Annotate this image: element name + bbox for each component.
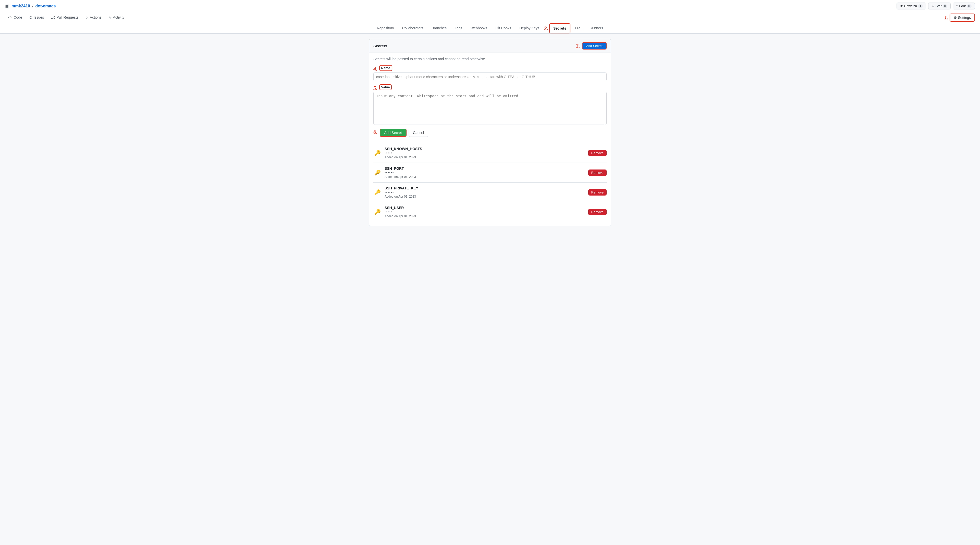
value-label: Value	[379, 84, 392, 90]
secret-name: SSH_PORT	[385, 166, 588, 171]
add-secret-button[interactable]: Add Secret	[380, 129, 407, 137]
name-label: Name	[379, 65, 392, 71]
annotation-4: 4.	[373, 65, 378, 72]
issues-icon: ⊙	[29, 15, 32, 19]
nav-issues[interactable]: ⊙ Issues	[26, 12, 47, 23]
top-actions: 👁 Unwatch 1 ☆ Star 0 ⑂ Fork 0	[897, 3, 975, 10]
annotation-2: 2.	[544, 25, 549, 32]
code-label: Code	[14, 15, 22, 19]
subnav-branches[interactable]: Branches	[428, 24, 450, 33]
settings-label: Settings	[958, 16, 971, 20]
subnav-tags[interactable]: Tags	[451, 24, 466, 33]
nav-pull-requests[interactable]: ⎇ Pull Requests	[48, 12, 81, 23]
secret-item: 🔑 SSH_PORT •••••• Added on Apr 01, 2023 …	[373, 163, 607, 182]
fork-count: 0	[967, 4, 972, 8]
secrets-description: Secrets will be passed to certain action…	[373, 57, 607, 61]
secret-key-icon: 🔑	[373, 169, 382, 175]
annotation-1: 1.	[944, 14, 948, 21]
secret-name: SSH_USER	[385, 206, 588, 210]
remove-button[interactable]: Remove	[588, 150, 607, 156]
panel-body: Secrets will be passed to certain action…	[369, 53, 611, 226]
repo-icon: ▣	[5, 3, 10, 9]
remove-button[interactable]: Remove	[588, 189, 607, 196]
nav-actions[interactable]: ▷ Actions	[83, 12, 105, 23]
actions-icon: ▷	[86, 15, 89, 19]
star-count: 0	[943, 4, 948, 8]
secret-key-icon: 🔑	[373, 150, 382, 156]
annotation-3: 3.	[576, 43, 580, 49]
secret-key-icon: 🔑	[373, 209, 382, 215]
secret-dots: ••••••	[385, 210, 588, 214]
secret-date: Added on Apr 01, 2023	[385, 195, 588, 198]
secret-dots: ••••••	[385, 151, 588, 155]
activity-icon: ∿	[109, 15, 112, 19]
secret-date: Added on Apr 01, 2023	[385, 155, 588, 159]
repo-title: ▣ mmk2410 / dot-emacs	[5, 3, 56, 9]
remove-button[interactable]: Remove	[588, 209, 607, 215]
issues-label: Issues	[34, 15, 44, 19]
fork-icon: ⑂	[956, 4, 958, 8]
nav-activity[interactable]: ∿ Activity	[106, 12, 127, 23]
secret-date: Added on Apr 01, 2023	[385, 214, 588, 218]
subnav-secrets[interactable]: Secrets	[549, 23, 570, 33]
repo-name-link[interactable]: dot-emacs	[35, 4, 56, 8]
secret-key-icon: 🔑	[373, 189, 382, 195]
main-content: Secrets 3. Add Secret Secrets will be pa…	[365, 39, 615, 226]
actions-label: Actions	[90, 15, 102, 19]
annotation-6: 6.	[373, 129, 378, 137]
repo-navbar: <> Code ⊙ Issues ⎇ Pull Requests ▷ Actio…	[0, 12, 980, 23]
form-actions: 6. Add Secret Cancel	[373, 129, 607, 137]
secrets-panel: Secrets 3. Add Secret Secrets will be pa…	[369, 39, 611, 226]
settings-subnav: Repository Collaborators Branches Tags W…	[0, 23, 980, 34]
secret-info: SSH_PRIVATE_KEY •••••• Added on Apr 01, …	[385, 186, 588, 198]
add-secret-header-button[interactable]: Add Secret	[582, 42, 607, 49]
repo-owner-link[interactable]: mmk2410	[11, 4, 30, 8]
settings-icon: ⚙	[954, 16, 957, 20]
secret-dots: ••••••	[385, 171, 588, 175]
fork-label: Fork	[959, 4, 966, 8]
panel-header: Secrets 3. Add Secret	[369, 39, 611, 53]
secret-name: SSH_PRIVATE_KEY	[385, 186, 588, 190]
secret-item: 🔑 SSH_PRIVATE_KEY •••••• Added on Apr 01…	[373, 182, 607, 202]
fork-button[interactable]: ⑂ Fork 0	[953, 3, 975, 10]
remove-button[interactable]: Remove	[588, 169, 607, 176]
settings-button[interactable]: ⚙ Settings	[950, 14, 975, 22]
subnav-collaborators[interactable]: Collaborators	[399, 24, 427, 33]
secret-info: SSH_PORT •••••• Added on Apr 01, 2023	[385, 166, 588, 179]
unwatch-button[interactable]: 👁 Unwatch 1	[897, 3, 926, 10]
secret-list: 🔑 SSH_KNOWN_HOSTS •••••• Added on Apr 01…	[373, 143, 607, 222]
top-navbar: ▣ mmk2410 / dot-emacs 👁 Unwatch 1 ☆ Star…	[0, 0, 980, 12]
subnav-git-hooks[interactable]: Git Hooks	[492, 24, 515, 33]
star-icon: ☆	[932, 4, 935, 8]
name-input[interactable]	[373, 72, 607, 81]
pr-icon: ⎇	[51, 15, 55, 19]
panel-title: Secrets	[373, 44, 387, 48]
secret-item: 🔑 SSH_USER •••••• Added on Apr 01, 2023 …	[373, 202, 607, 222]
secret-info: SSH_USER •••••• Added on Apr 01, 2023	[385, 206, 588, 218]
cancel-button[interactable]: Cancel	[409, 129, 428, 137]
unwatch-icon: 👁	[900, 4, 903, 8]
secret-item: 🔑 SSH_KNOWN_HOSTS •••••• Added on Apr 01…	[373, 143, 607, 163]
unwatch-count: 1	[918, 4, 923, 8]
subnav-repository[interactable]: Repository	[373, 24, 398, 33]
annotation-5: 5.	[373, 85, 378, 91]
star-button[interactable]: ☆ Star 0	[928, 3, 951, 10]
code-icon: <>	[8, 15, 12, 19]
pr-label: Pull Requests	[56, 15, 78, 19]
name-form-group: 4. Name	[373, 65, 607, 81]
value-textarea[interactable]	[373, 92, 607, 125]
value-form-group: 5. Value	[373, 84, 607, 126]
unwatch-label: Unwatch	[904, 4, 917, 8]
repo-slash: /	[32, 4, 33, 8]
nav-code[interactable]: <> Code	[5, 12, 25, 23]
secret-date: Added on Apr 01, 2023	[385, 175, 588, 179]
secret-name: SSH_KNOWN_HOSTS	[385, 147, 588, 151]
subnav-deploy-keys[interactable]: Deploy Keys	[516, 24, 543, 33]
subnav-webhooks[interactable]: Webhooks	[467, 24, 491, 33]
subnav-runners[interactable]: Runners	[586, 24, 607, 33]
star-label: Star	[935, 4, 942, 8]
activity-label: Activity	[113, 15, 124, 19]
secret-dots: ••••••	[385, 191, 588, 194]
subnav-lfs[interactable]: LFS	[571, 24, 585, 33]
secret-info: SSH_KNOWN_HOSTS •••••• Added on Apr 01, …	[385, 147, 588, 159]
